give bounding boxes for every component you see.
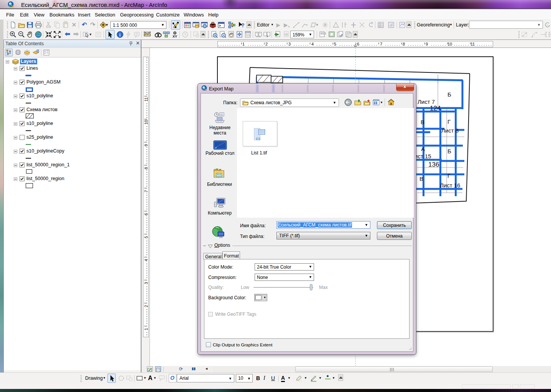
- svg-text:5: 5: [334, 42, 336, 46]
- svg-text:Лист 7: Лист 7: [418, 98, 435, 105]
- svg-text:124: 124: [430, 105, 441, 112]
- svg-text:7: 7: [144, 190, 148, 192]
- svg-text:Г: Г: [447, 118, 451, 125]
- svg-text:1:1: 1:1: [246, 34, 250, 36]
- svg-text:11: 11: [470, 42, 475, 46]
- svg-text:9: 9: [144, 144, 148, 146]
- svg-text:3: 3: [144, 282, 148, 284]
- svg-text:6: 6: [144, 213, 148, 215]
- svg-text:2: 2: [265, 42, 268, 46]
- svg-text:В: В: [421, 119, 424, 125]
- svg-text:XY: XY: [173, 34, 177, 38]
- svg-text:Б: Б: [447, 148, 451, 154]
- svg-text:6: 6: [357, 42, 359, 46]
- svg-text:4: 4: [144, 259, 148, 261]
- svg-text:2: 2: [144, 305, 148, 307]
- svg-text:4: 4: [311, 42, 314, 46]
- svg-text:1: 1: [144, 328, 148, 330]
- svg-text:Лист 8: Лист 8: [441, 127, 459, 134]
- svg-text:5: 5: [144, 236, 148, 238]
- svg-text:10: 10: [144, 120, 148, 125]
- svg-text:11: 11: [144, 97, 148, 102]
- svg-text:7: 7: [380, 42, 382, 46]
- svg-text:В: В: [419, 175, 423, 182]
- svg-text:136: 136: [428, 161, 439, 168]
- svg-text:Б: Б: [447, 91, 451, 98]
- svg-text:Г: Г: [447, 172, 451, 179]
- svg-text:Лист 16: Лист 16: [440, 182, 460, 189]
- svg-text:А: А: [421, 146, 425, 152]
- svg-text:ист 15: ист 15: [414, 153, 431, 159]
- svg-text:?: ?: [241, 22, 245, 28]
- svg-text:10: 10: [447, 42, 452, 46]
- svg-text:8: 8: [144, 167, 148, 169]
- svg-text:8: 8: [403, 42, 405, 46]
- svg-text:1: 1: [242, 42, 245, 46]
- svg-text:3: 3: [288, 42, 291, 46]
- svg-text:9: 9: [426, 42, 428, 46]
